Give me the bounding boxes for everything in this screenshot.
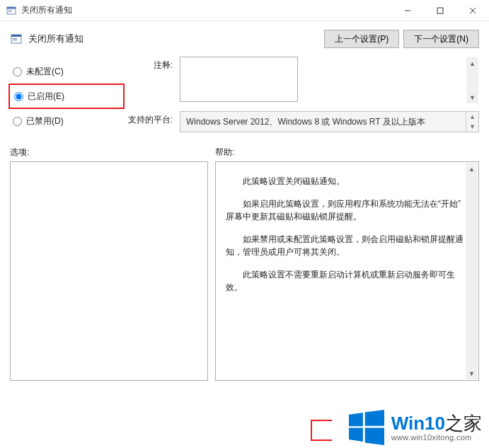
- help-paragraph: 此策略设置关闭磁贴通知。: [226, 175, 468, 188]
- svg-rect-3: [8, 11, 12, 12]
- svg-rect-10: [13, 38, 17, 39]
- svg-rect-11: [13, 40, 17, 40]
- help-pane: 此策略设置关闭磁贴通知。 如果启用此策略设置，则应用程序和系统功能无法在“开始”…: [215, 161, 479, 381]
- config-area: 未配置(C) 已启用(E) 已禁用(D) 注释: ▲ ▼ 支持的平台:: [0, 57, 489, 147]
- options-label: 选项:: [10, 147, 215, 159]
- policy-icon: [10, 33, 23, 45]
- comment-textarea[interactable]: [180, 57, 298, 102]
- radio-disabled-row: 已禁用(D): [10, 110, 123, 132]
- radio-not-configured-label[interactable]: 未配置(C): [26, 66, 64, 78]
- window-icon: [6, 5, 17, 16]
- maximize-button[interactable]: [424, 0, 456, 21]
- red-highlight-enabled: 已启用(E): [8, 84, 125, 109]
- svg-rect-5: [437, 8, 443, 13]
- scroll-down-icon[interactable]: ▼: [466, 122, 478, 132]
- next-setting-button[interactable]: 下一个设置(N): [403, 30, 479, 48]
- help-paragraph: 此策略设置不需要重新启动计算机或重新启动服务即可生效。: [226, 268, 468, 294]
- red-highlight-partial: [311, 420, 332, 441]
- header-row: 关闭所有通知 上一个设置(P) 下一个设置(N): [0, 21, 489, 57]
- titlebar: 关闭所有通知: [0, 0, 489, 21]
- scroll-up-icon[interactable]: ▲: [466, 57, 478, 69]
- help-paragraph: 如果启用此策略设置，则应用程序和系统功能无法在“开始”屏幕中更新其磁贴和磁贴锁屏…: [226, 197, 468, 223]
- radio-not-configured-row: 未配置(C): [10, 61, 123, 82]
- watermark-url: www.win10xitong.com: [391, 433, 482, 442]
- scroll-up-icon[interactable]: ▲: [466, 163, 478, 175]
- platform-box: Windows Server 2012、Windows 8 或 Windows …: [180, 111, 479, 132]
- options-pane: [10, 161, 208, 381]
- radio-disabled-label[interactable]: 已禁用(D): [26, 115, 64, 127]
- radio-enabled[interactable]: [14, 92, 23, 101]
- minimize-button[interactable]: [391, 0, 424, 21]
- scroll-up-icon[interactable]: ▲: [466, 112, 478, 122]
- windows-logo-icon: [349, 410, 384, 445]
- svg-rect-9: [11, 35, 21, 37]
- watermark: Win10之家 www.win10xitong.com: [349, 410, 482, 445]
- help-paragraph: 如果禁用或未配置此策略设置，则会启用磁贴和锁屏提醒通知，管理员或用户可将其关闭。: [226, 233, 468, 258]
- scroll-down-icon[interactable]: ▼: [466, 91, 478, 103]
- prev-setting-button[interactable]: 上一个设置(P): [324, 30, 399, 48]
- radio-disabled[interactable]: [13, 117, 22, 126]
- radio-not-configured[interactable]: [13, 67, 22, 76]
- radio-column: 未配置(C) 已启用(E) 已禁用(D): [10, 57, 123, 139]
- window-title: 关闭所有通知: [21, 4, 72, 16]
- watermark-title: Win10之家: [391, 413, 482, 434]
- platform-text: Windows Server 2012、Windows 8 或 Windows …: [180, 112, 466, 132]
- scroll-down-icon[interactable]: ▼: [466, 367, 478, 379]
- radio-enabled-label[interactable]: 已启用(E): [28, 91, 64, 103]
- comment-label: 注释:: [123, 57, 180, 104]
- svg-rect-1: [7, 7, 16, 9]
- help-scrollbar[interactable]: ▲ ▼: [466, 163, 478, 379]
- radio-enabled-row: 已启用(E): [11, 86, 122, 107]
- platform-label: 支持的平台:: [123, 111, 180, 132]
- help-label: 帮助:: [215, 147, 479, 159]
- lower-labels: 选项: 帮助:: [0, 147, 489, 161]
- policy-title: 关闭所有通知: [28, 33, 84, 45]
- svg-rect-2: [8, 10, 12, 11]
- close-button[interactable]: [456, 0, 489, 21]
- platform-scrollbar[interactable]: ▲ ▼: [466, 112, 478, 132]
- comment-scrollbar[interactable]: ▲ ▼: [466, 57, 478, 103]
- help-content: 此策略设置关闭磁贴通知。 如果启用此策略设置，则应用程序和系统功能无法在“开始”…: [226, 175, 468, 294]
- panes: 此策略设置关闭磁贴通知。 如果启用此策略设置，则应用程序和系统功能无法在“开始”…: [0, 161, 489, 381]
